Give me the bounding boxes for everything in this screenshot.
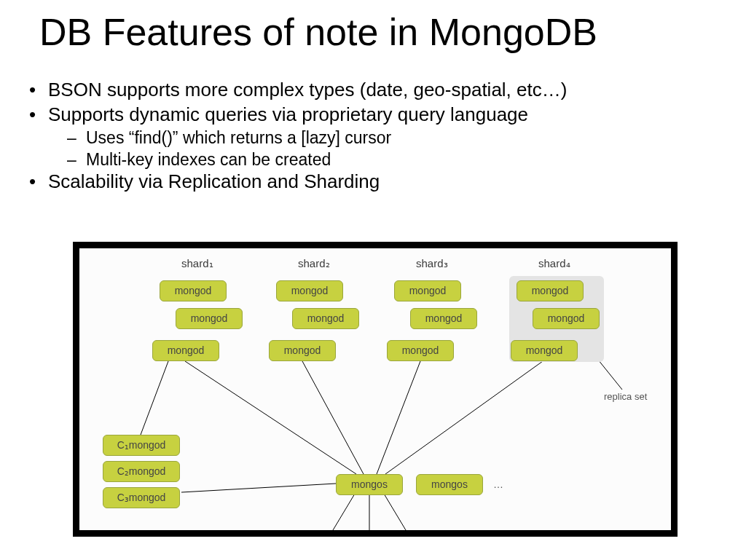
svg-line-0 (185, 361, 356, 474)
shard-label: shard₃ (416, 257, 448, 270)
mongod-node: mongod (533, 308, 600, 329)
config-mongod-node: C₃mongod (103, 487, 180, 508)
replica-set-label: replica set (604, 391, 647, 402)
config-mongod-node: C₁mongod (103, 435, 180, 456)
mongod-node: mongod (292, 308, 359, 329)
shard-label: shard₁ (181, 257, 213, 270)
mongod-node: mongod (410, 308, 477, 329)
mongod-node: mongod (511, 340, 578, 361)
ellipsis: … (493, 478, 503, 490)
shard-label: shard₄ (538, 257, 570, 270)
mongod-node: mongod (152, 340, 219, 361)
svg-line-3 (385, 361, 543, 474)
config-mongod-node: C₂mongod (103, 461, 180, 482)
bullet-sub-item: Uses “find()” which returns a [lazy] cur… (22, 127, 567, 148)
mongod-node: mongod (387, 340, 454, 361)
svg-line-9 (384, 494, 406, 530)
slide: DB Features of note in MongoDB BSON supp… (0, 0, 746, 560)
mongos-node: mongos (416, 474, 483, 495)
bullet-sub-item: Multi-key indexes can be created (22, 149, 567, 170)
svg-line-5 (141, 361, 168, 435)
svg-line-7 (333, 494, 355, 530)
shard-label: shard₂ (298, 257, 330, 270)
mongod-node: mongod (160, 280, 227, 301)
svg-line-2 (377, 361, 420, 474)
mongod-node: mongod (394, 280, 461, 301)
sharding-diagram: shard₁ shard₂ shard₃ shard₄ mongod mongo… (73, 242, 678, 537)
bullet-item: Scalability via Replication and Sharding (22, 170, 567, 194)
mongos-node: mongos (336, 474, 403, 495)
svg-line-6 (181, 484, 336, 492)
mongod-node: mongod (269, 340, 336, 361)
mongod-node: mongod (176, 308, 243, 329)
slide-title: DB Features of note in MongoDB (39, 10, 597, 54)
bullet-list: BSON supports more complex types (date, … (22, 79, 567, 194)
svg-line-1 (302, 361, 364, 474)
bullet-item: BSON supports more complex types (date, … (22, 79, 567, 102)
mongod-node: mongod (276, 280, 343, 301)
mongod-node: mongod (517, 280, 584, 301)
bullet-item: Supports dynamic queries via proprietary… (22, 103, 567, 127)
